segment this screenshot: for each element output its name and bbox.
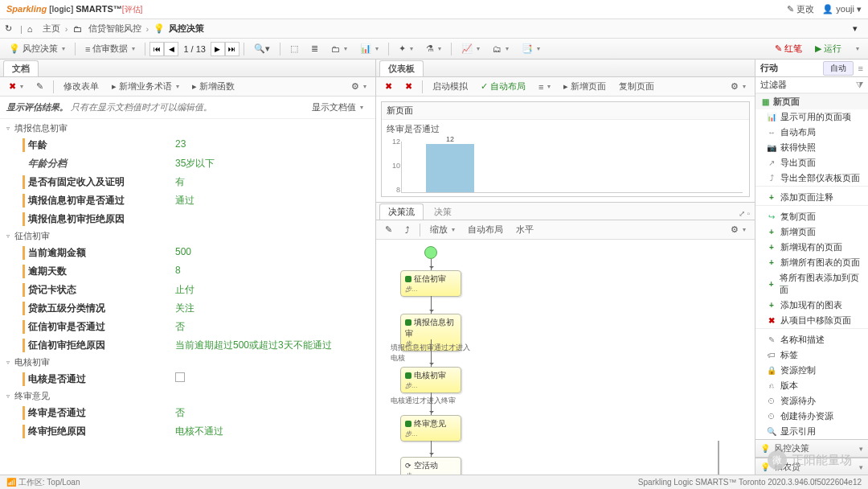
tb-icon-2[interactable]: ≣ [305,41,324,56]
field-label: 逾期天数 [23,265,175,278]
flow-edit[interactable]: ✎ [379,222,398,237]
action-item[interactable]: ✎名称和描述 [755,332,868,347]
section-header[interactable]: ▿电核初审 [0,355,375,370]
change-link[interactable]: ✎ 更改 [787,3,814,15]
action-item[interactable]: +添加现有的图表 [755,298,868,313]
run-options[interactable] [849,43,865,55]
run-button[interactable]: ▶ 运行 [809,40,847,57]
flow-more[interactable]: ⚙ [725,222,751,237]
dash-opt[interactable]: ≡ [533,80,556,94]
collapse-icon[interactable]: ▾ [853,23,863,34]
dash-x2[interactable]: ✖ [399,79,418,94]
bulb-icon: 💡 [154,23,164,34]
section-header[interactable]: ▿终审意见 [0,388,375,404]
flow-sub-toolbar: ✎ ⤴ 缩放 自动布局 水平 ⚙ [376,220,755,240]
action-item[interactable]: ↗导出页面 [755,155,868,171]
flow-node-3[interactable]: 电核初审步… [400,367,461,393]
action-item[interactable]: ↪复制页面 [755,209,868,224]
action-item[interactable]: 🔍显示引用 [755,424,868,439]
flow-node-4[interactable]: 终审意见步… [400,415,461,442]
refresh-icon[interactable]: ↻ [5,23,15,34]
funnel-icon[interactable]: ⧩ [856,80,863,90]
action-item[interactable]: ⏲创建待办资源 [755,409,868,424]
actions-menu-icon[interactable]: ≡ [858,64,863,73]
bc-project[interactable]: 信贷智能风控 [88,23,141,35]
action-item[interactable]: ⤴导出全部仪表板页面 [755,171,868,186]
section-header[interactable]: ▿填报信息初审 [0,121,375,136]
action-item[interactable]: +新增所有图表的页面 [755,255,868,270]
tb-icon-5[interactable]: ✦ [393,41,419,56]
btn-start-sim[interactable]: 启动模拟 [427,78,473,95]
btn-flow-autolayout[interactable]: 自动布局 [462,221,509,238]
btn-modify-form[interactable]: 修改表单 [58,78,104,95]
tab-decision[interactable]: 决策 [425,203,461,220]
accordion-header[interactable]: 💡风控决策▾ [755,439,868,458]
action-item[interactable]: +将所有图表添加到页面 [755,270,868,298]
btn-copy-page[interactable]: 复制页面 [613,78,660,95]
pager-first[interactable]: ⏮ [149,42,164,56]
flow-canvas[interactable]: 征信初审步… 填报信息初审步… 填报信息初审通过才进入电核 电核初审步… 电核通… [376,240,755,475]
action-item[interactable]: +新增页面 [755,224,868,240]
action-item[interactable]: ⎌版本 [755,378,868,393]
user-menu[interactable]: 👤 youji ▾ [822,4,862,14]
rss-icon[interactable]: 📶 [6,478,16,487]
accordion-header[interactable]: 💡柚农贷▾ [755,458,868,475]
tb-icon-4[interactable]: 📊 [354,41,384,56]
field-label: 贷款五级分类情况 [23,302,175,315]
btn-auto-layout[interactable]: ✓ 自动布局 [475,78,531,95]
btn-new-term[interactable]: ▸新增业务术语 [106,78,185,95]
show-doc-values[interactable]: 显示文档值 [306,99,369,116]
tb-icon-7[interactable]: 📈 [456,41,485,56]
tb-icon-1[interactable]: ⬚ [285,41,304,56]
dash-del[interactable]: ✖ [379,79,398,94]
tb-icon-9[interactable]: 📑 [516,41,546,56]
tb-icon-6[interactable]: ⚗ [420,41,447,56]
tb-icon-3[interactable]: 🗀 [326,42,353,56]
doc-tabbar: 文档 [0,60,375,77]
btn-zoom[interactable]: 缩放 [424,221,461,238]
action-item[interactable]: +新增现有的页面 [755,240,868,255]
action-item[interactable]: +添加页面注释 [755,190,868,205]
section-header[interactable]: ▿征信初审 [0,228,375,244]
bc-home[interactable]: 主页 [43,23,60,35]
doc-more[interactable]: ⚙ [346,79,372,94]
tab-flow[interactable]: 决策流 [379,203,424,220]
action-item[interactable]: ✖从项目中移除页面 [755,313,868,328]
action-item[interactable]: ⏲资源待办 [755,393,868,409]
pager-last[interactable]: ⏭ [225,42,240,56]
tab-dashboard[interactable]: 仪表板 [379,60,424,76]
flow-node-5[interactable]: ⟳ 空活动步… [400,457,461,475]
pager-prev[interactable]: ◀ [164,42,178,56]
doc-edit[interactable]: ✎ [31,79,49,94]
action-group-header[interactable]: ▦ 新页面 [755,93,868,109]
home-icon[interactable]: ⌂ [27,23,38,34]
action-item[interactable]: 🔒资源控制 [755,363,868,378]
action-item[interactable]: ↔自动布局 [755,125,868,140]
dash-more[interactable]: ⚙ [725,79,751,94]
pager-next[interactable]: ▶ [211,42,225,56]
btn-new-func[interactable]: ▸新增函数 [186,78,240,95]
risk-decision-dropdown[interactable]: 💡 风控决策 [3,40,71,57]
redpen-button[interactable]: ✎ 红笔 [769,40,808,57]
actions-header: 行动 自动 ≡ [755,60,868,77]
search-button[interactable]: 🔍▾ [248,41,276,56]
field-label: 填报信息初审是否通过 [23,194,175,208]
mode-toggle[interactable]: 自动 [823,61,854,76]
flow-share[interactable]: ⤴ [399,223,416,237]
tab-document[interactable]: 文档 [3,60,39,76]
credit-data-dropdown[interactable]: ≡ 信审数据 [80,40,141,57]
kv-row: 电核是否通过 [0,370,375,388]
flow-winctl[interactable]: ⤢ ▫ [734,208,755,220]
action-item[interactable]: 📊显示可用的页面项 [755,109,868,125]
doc-del[interactable]: ✖ [3,79,29,94]
tb-icon-8[interactable]: 🗂 [487,42,514,56]
flow-node-1[interactable]: 征信初审步… [400,270,461,297]
kv-row: 征信初审是否通过否 [0,318,375,336]
field-label: 当前逾期金额 [23,246,175,260]
action-item[interactable]: 🏷标签 [755,347,868,363]
checkbox[interactable] [175,372,185,382]
btn-new-page[interactable]: ▸新增页面 [558,78,612,95]
action-item[interactable]: 📷获得快照 [755,140,868,155]
flow-start-node[interactable] [424,246,437,259]
btn-flow-horiz[interactable]: 水平 [510,221,539,238]
